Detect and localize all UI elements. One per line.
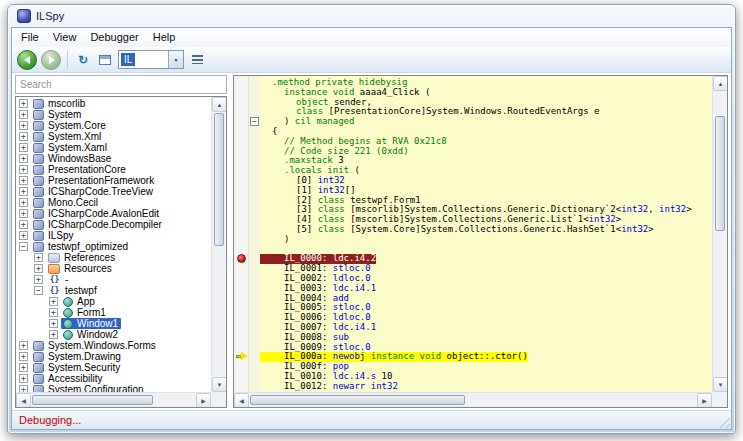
code-hscroll-thumb[interactable]	[250, 395, 465, 405]
expand-icon[interactable]: +	[19, 385, 28, 392]
tree-item-content: Form1	[61, 307, 109, 318]
menu-view[interactable]: View	[46, 29, 84, 46]
menu-help[interactable]: Help	[146, 29, 183, 46]
tree-item-windowsbase[interactable]: +WindowsBase	[16, 153, 211, 164]
tree-item-system-windows-forms[interactable]: +System.Windows.Forms	[16, 340, 211, 351]
expand-icon[interactable]: +	[49, 319, 58, 328]
tree-item-testwpf[interactable]: −{}testwpf	[16, 285, 211, 296]
tree-item-content: System.Drawing	[31, 351, 124, 362]
tree-item-references[interactable]: +References	[16, 252, 211, 263]
expand-icon[interactable]: +	[19, 121, 28, 130]
resize-grip[interactable]	[717, 415, 730, 428]
code-vertical-scrollbar[interactable]	[712, 76, 727, 392]
tree-item-resources[interactable]: +Resources	[16, 263, 211, 274]
expand-icon[interactable]: +	[19, 165, 28, 174]
tree-item-system-xaml[interactable]: +System.Xaml	[16, 142, 211, 153]
code-horizontal-scrollbar[interactable]	[234, 392, 712, 407]
breakpoint-icon[interactable]	[237, 254, 246, 263]
tree-item-system-drawing[interactable]: +System.Drawing	[16, 351, 211, 362]
tree-item-system[interactable]: +System	[16, 109, 211, 120]
tree-item-label: Accessibility	[47, 373, 103, 384]
language-combobox[interactable]: IL	[118, 50, 184, 69]
search-input[interactable]	[16, 77, 226, 92]
tree-horizontal-scrollbar[interactable]	[16, 392, 211, 407]
tree-item-content: System.Configuration	[31, 384, 147, 392]
scroll-left-icon[interactable]	[234, 393, 249, 408]
expand-icon[interactable]: +	[34, 264, 43, 273]
fold-collapse-icon[interactable]	[250, 117, 259, 126]
tree-item-form1[interactable]: +Form1	[16, 307, 211, 318]
tree-item-icsharpcode-treeview[interactable]: +ICSharpCode.TreeView	[16, 186, 211, 197]
tree-item-mscorlib[interactable]: +mscorlib	[16, 98, 211, 109]
menu-debugger[interactable]: Debugger	[83, 29, 145, 46]
expand-icon[interactable]: +	[19, 198, 28, 207]
expand-icon[interactable]: +	[19, 99, 28, 108]
back-button[interactable]	[17, 50, 37, 70]
tree-item-mono-cecil[interactable]: +Mono.Cecil	[16, 197, 211, 208]
expand-icon[interactable]: +	[19, 154, 28, 163]
open-list-button[interactable]	[96, 51, 114, 69]
tree-item-content: {}-	[46, 274, 71, 285]
scroll-left-icon[interactable]	[16, 393, 31, 408]
tree-item-content: System.Security	[31, 362, 123, 373]
collapse-icon[interactable]: −	[19, 242, 28, 251]
tree-item-presentationframework[interactable]: +PresentationFramework	[16, 175, 211, 186]
scroll-up-icon[interactable]	[212, 97, 227, 112]
tree-item-system-xml[interactable]: +System.Xml	[16, 131, 211, 142]
expand-icon[interactable]: +	[19, 220, 28, 229]
expand-icon[interactable]: +	[34, 253, 43, 262]
options-button[interactable]	[188, 51, 206, 69]
expand-icon[interactable]: +	[49, 297, 58, 306]
scroll-right-icon[interactable]	[196, 393, 211, 408]
expand-icon[interactable]: +	[19, 231, 28, 240]
tree-item--[interactable]: +{}-	[16, 274, 211, 285]
tree-item-system-security[interactable]: +System.Security	[16, 362, 211, 373]
expand-icon[interactable]: +	[19, 187, 28, 196]
scroll-up-icon[interactable]	[713, 76, 728, 91]
assembly-icon	[33, 220, 44, 230]
expand-icon[interactable]: +	[49, 330, 58, 339]
expand-icon[interactable]: +	[19, 176, 28, 185]
tree-vscroll-thumb[interactable]	[214, 113, 224, 246]
expand-icon[interactable]: +	[19, 341, 28, 350]
scroll-down-icon[interactable]	[212, 377, 227, 392]
expand-icon[interactable]: +	[34, 275, 43, 284]
title-bar[interactable]: ILSpy	[8, 5, 735, 26]
tree-item-ilspy[interactable]: +ILSpy	[16, 230, 211, 241]
code-view[interactable]: .method private hidebysiginstance void a…	[233, 75, 728, 408]
expand-icon[interactable]: +	[19, 209, 28, 218]
assembly-icon	[33, 154, 44, 164]
chevron-down-icon[interactable]	[168, 51, 183, 68]
tree-item-app[interactable]: +App	[16, 296, 211, 307]
code-area[interactable]: .method private hidebysiginstance void a…	[260, 76, 712, 392]
ilspy-app-icon	[17, 9, 31, 23]
menu-file[interactable]: File	[14, 29, 46, 46]
expand-icon[interactable]: +	[19, 132, 28, 141]
expand-icon[interactable]: +	[19, 110, 28, 119]
tree-item-window2[interactable]: +Window2	[16, 329, 211, 340]
tree-item-system-core[interactable]: +System.Core	[16, 120, 211, 131]
expand-icon[interactable]: +	[19, 374, 28, 383]
refresh-button[interactable]	[74, 51, 92, 69]
collapse-icon[interactable]: −	[34, 286, 43, 295]
scroll-right-icon[interactable]	[697, 393, 712, 408]
tree-item-system-configuration[interactable]: +System.Configuration	[16, 384, 211, 392]
tree-vertical-scrollbar[interactable]	[211, 97, 226, 392]
references-icon	[48, 253, 60, 263]
expand-icon[interactable]: +	[19, 143, 28, 152]
tree-hscroll-thumb[interactable]	[32, 395, 153, 405]
tree-item-icsharpcode-avalonedit[interactable]: +ICSharpCode.AvalonEdit	[16, 208, 211, 219]
code-vscroll-thumb[interactable]	[715, 116, 725, 231]
expand-icon[interactable]: +	[19, 363, 28, 372]
forward-button[interactable]	[41, 50, 61, 70]
expand-icon[interactable]: +	[19, 352, 28, 361]
tree-item-icsharpcode-decompiler[interactable]: +ICSharpCode.Decompiler	[16, 219, 211, 230]
scroll-down-icon[interactable]	[713, 377, 728, 392]
tree-item-presentationcore[interactable]: +PresentationCore	[16, 164, 211, 175]
tree-item-window1[interactable]: +Window1	[16, 318, 211, 329]
breakpoint-margin[interactable]	[234, 76, 249, 392]
tree-item-label: System.Xaml	[47, 142, 108, 153]
tree-item-testwpf-optimized[interactable]: −testwpf_optimized	[16, 241, 211, 252]
expand-icon[interactable]: +	[49, 308, 58, 317]
tree-item-accessibility[interactable]: +Accessibility	[16, 373, 211, 384]
